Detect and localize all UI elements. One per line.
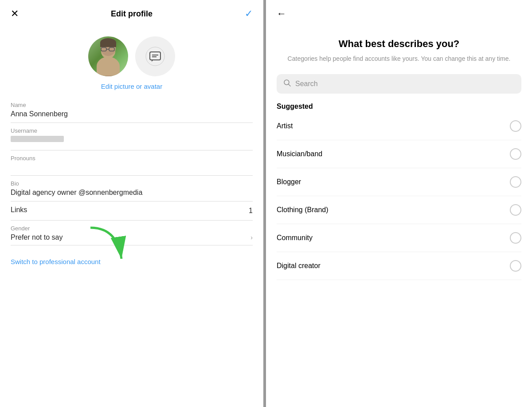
back-button[interactable]: ← [277,8,286,20]
radio-button[interactable] [510,148,521,160]
close-button[interactable]: ✕ [11,9,19,19]
bio-label: Bio [11,180,253,187]
suggested-label: Suggested [277,103,521,111]
category-item[interactable]: Digital creator [277,252,521,280]
links-label: Links [11,206,27,214]
category-label: Musician/band [277,150,322,158]
category-label: Artist [277,122,293,130]
fields-section: Name Anna Sonnenberg Username Pronouns B… [11,97,253,266]
category-label: Community [277,234,313,242]
radio-button[interactable] [510,176,521,188]
search-icon [284,79,291,88]
left-header: ✕ Edit profile ✓ [11,0,253,28]
username-label: Username [11,127,253,134]
category-item[interactable]: Community [277,224,521,252]
radio-button[interactable] [510,260,521,272]
category-item[interactable]: Clothing (Brand) [277,196,521,224]
category-item[interactable]: Musician/band [277,140,521,168]
green-arrow-icon [82,223,135,268]
edit-picture-link[interactable]: Edit picture or avatar [101,83,162,90]
right-subtitle: Categories help people find accounts lik… [277,54,521,63]
category-label: Clothing (Brand) [277,206,329,214]
avatar-section: Edit picture or avatar [11,28,253,97]
switch-section: Switch to professional account [11,250,253,266]
category-panel: ← What best describes you? Categories he… [266,0,532,407]
save-button[interactable]: ✓ [245,8,253,20]
name-value[interactable]: Anna Sonnenberg [11,110,253,123]
pronouns-value[interactable] [11,163,253,176]
username-value[interactable] [11,136,253,150]
radio-button[interactable] [510,204,521,216]
svg-line-13 [289,84,291,87]
categories-list: ArtistMusician/bandBloggerClothing (Bran… [277,112,521,280]
svg-rect-6 [100,43,116,47]
bio-value[interactable]: Digital agency owner @sonnenbergmedia [11,189,253,202]
edit-profile-panel: ✕ Edit profile ✓ [0,0,266,407]
search-placeholder: Search [295,80,318,88]
pronouns-label: Pronouns [11,155,253,162]
radio-button[interactable] [510,120,521,132]
username-redacted-block [11,136,64,142]
category-label: Blogger [277,178,301,186]
name-field: Name Anna Sonnenberg [11,102,253,123]
category-item[interactable]: Blogger [277,168,521,196]
links-field[interactable]: Links 1 [11,206,253,221]
name-label: Name [11,102,253,108]
links-count: 1 [249,207,253,215]
right-header: ← [277,0,521,28]
avatar-row [88,36,175,76]
radio-button[interactable] [510,232,521,244]
gender-value: Prefer not to say [11,233,63,241]
pronouns-field: Pronouns [11,155,253,176]
svg-point-1 [97,59,120,76]
bio-field: Bio Digital agency owner @sonnenbergmedi… [11,180,253,202]
right-title: What best describes you? [277,38,521,50]
avatar-photo[interactable] [88,36,128,76]
username-field: Username [11,127,253,150]
category-item[interactable]: Artist [277,112,521,140]
category-label: Digital creator [277,262,321,270]
avatar-icon[interactable] [135,36,175,76]
search-bar[interactable]: Search [277,74,521,94]
page-title: Edit profile [111,9,153,19]
chevron-icon: › [250,234,253,241]
